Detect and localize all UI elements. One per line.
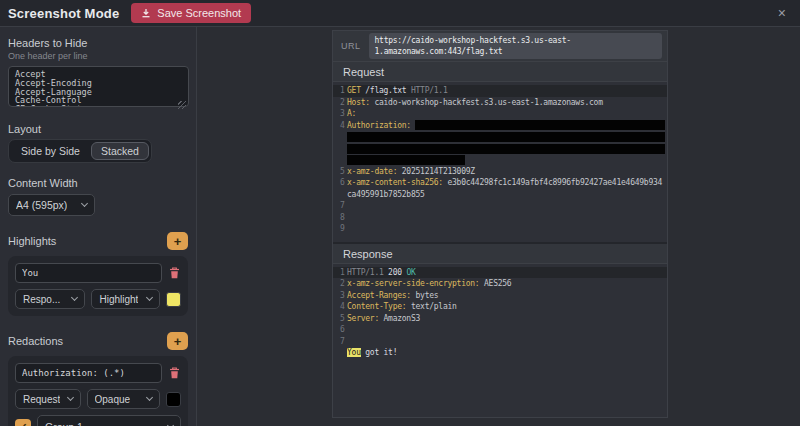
code-token: GET [347, 86, 361, 95]
code-token: HTTP/1.1 [411, 86, 448, 95]
line-content: Server: AmazonS3 [347, 313, 667, 325]
line-number: 3 [333, 108, 346, 120]
headers-to-hide-hint: One header per line [8, 51, 188, 61]
top-bar: Screenshot Mode Save Screenshot × [0, 0, 800, 27]
code-line: You got it! [333, 347, 667, 359]
chevron-down-icon [146, 294, 153, 301]
layout-option-stacked[interactable]: Stacked [91, 142, 149, 160]
headers-to-hide-field: Accept Accept-Encoding Accept-Language C… [8, 66, 188, 111]
group-checkbox[interactable]: ✓ [15, 419, 31, 426]
group-select[interactable]: Group 1 [37, 415, 181, 426]
highlight-color-swatch[interactable] [166, 292, 181, 307]
response-code-viewer[interactable]: 1HTTP/1.1 200 OK2x-amz-server-side-encry… [333, 264, 667, 418]
line-number: 3 [333, 290, 346, 302]
code-token: You [347, 348, 361, 357]
highlight-scope-value: Respo... [23, 294, 60, 305]
code-token: HTTP/1.1 [347, 268, 384, 277]
line-number: 1 [333, 267, 346, 279]
trash-icon[interactable] [168, 266, 181, 280]
screenshot-mode-app: Screenshot Mode Save Screenshot × Header… [0, 0, 800, 426]
line-content: Host: caido-workshop-hackfest.s3.us-east… [347, 97, 667, 109]
line-number: 6 [333, 324, 346, 336]
content-width-select[interactable]: A4 (595px) [8, 194, 95, 216]
code-line [333, 143, 667, 155]
line-content: Authorization: [347, 120, 667, 132]
code-line [333, 131, 667, 143]
code-token: Host: [347, 98, 370, 107]
trash-icon[interactable] [168, 366, 181, 380]
highlight-rule-card: Respo... Highlight [8, 256, 188, 316]
redaction-pattern-input[interactable] [15, 363, 162, 383]
redaction-color-swatch[interactable] [166, 392, 181, 407]
highlight-style-value: Highlight [99, 294, 138, 305]
save-screenshot-button[interactable]: Save Screenshot [131, 3, 251, 23]
line-content: x-amz-content-sha256: e3b0c44298fc1c149a… [347, 177, 667, 200]
redaction-style-select[interactable]: Opaque [87, 389, 160, 409]
line-number: 7 [333, 336, 346, 348]
content-width-value: A4 (595px) [16, 199, 67, 211]
code-token: x-amz-date: [347, 167, 397, 176]
code-token: 200 [384, 268, 407, 277]
line-number: 4 [333, 301, 346, 313]
request-code-viewer[interactable]: 1GET /flag.txt HTTP/1.12Host: caido-work… [333, 82, 667, 242]
settings-sidebar: Headers to Hide One header per line Acce… [0, 27, 197, 426]
close-icon[interactable]: × [774, 4, 790, 22]
redactions-header: Redactions + [8, 332, 188, 350]
redaction-rule-card: Request Opaque ✓ Group 1 [8, 356, 188, 426]
code-token: AmazonS3 [379, 314, 420, 323]
code-token: Content-Type: [347, 302, 406, 311]
highlights-label: Highlights [8, 235, 56, 247]
headers-to-hide-textarea[interactable]: Accept Accept-Encoding Accept-Language C… [8, 66, 189, 107]
code-token: got it! [361, 348, 398, 357]
line-content: You got it! [347, 347, 667, 359]
request-section-title: Request [333, 62, 667, 82]
line-content: Content-Type: text/plain [347, 301, 667, 313]
code-line: 3Accept-Ranges: bytes [333, 290, 667, 302]
add-redaction-button[interactable]: + [167, 332, 188, 350]
highlight-style-select[interactable]: Highlight [91, 289, 160, 309]
redaction-scope-select[interactable]: Request [15, 389, 81, 409]
highlight-scope-select[interactable]: Respo... [15, 289, 85, 309]
code-line: 4Content-Type: text/plain [333, 301, 667, 313]
code-token: AES256 [479, 279, 511, 288]
line-content [347, 131, 667, 142]
code-line: 1GET /flag.txt HTTP/1.1 [333, 85, 667, 97]
line-number: 9 [333, 223, 346, 235]
code-line: 6x-amz-content-sha256: e3b0c44298fc1c149… [333, 177, 667, 200]
redaction-block [415, 120, 665, 130]
line-number: 5 [333, 313, 346, 325]
redaction-style-value: Opaque [95, 394, 131, 405]
line-content: GET /flag.txt HTTP/1.1 [347, 85, 667, 97]
line-content: x-amz-date: 20251214T213009Z [347, 166, 667, 178]
code-token: /flag.txt [361, 86, 411, 95]
resize-handle[interactable] [178, 101, 186, 109]
download-icon [141, 8, 151, 18]
http-preview-panel: URL https://caido-workshop-hackfest.s3.u… [332, 30, 668, 418]
highlights-header: Highlights + [8, 232, 188, 250]
redactions-label: Redactions [8, 335, 63, 347]
code-token: Accept-Ranges: [347, 291, 411, 300]
code-token: caido-workshop-hackfest.s3.us-east-1.ama… [370, 98, 603, 107]
line-content: HTTP/1.1 200 OK [347, 267, 667, 279]
code-token: Server: [347, 314, 379, 323]
main-layout: Headers to Hide One header per line Acce… [0, 27, 800, 426]
line-content [347, 143, 667, 154]
add-highlight-button[interactable]: + [167, 232, 188, 250]
code-line: 5x-amz-date: 20251214T213009Z [333, 166, 667, 178]
code-line: 1HTTP/1.1 200 OK [333, 267, 667, 279]
chevron-down-icon [146, 394, 153, 401]
save-screenshot-label: Save Screenshot [157, 7, 241, 19]
chevron-down-icon [167, 422, 174, 426]
response-section-title: Response [333, 242, 667, 264]
layout-option-side-by-side[interactable]: Side by Side [11, 142, 90, 160]
layout-label: Layout [8, 123, 188, 135]
code-line: 8 [333, 212, 667, 224]
chevron-down-icon [66, 394, 73, 401]
code-line: 7 [333, 336, 667, 348]
headers-to-hide-label: Headers to Hide [8, 37, 188, 49]
line-number: 7 [333, 200, 346, 212]
highlight-pattern-input[interactable] [15, 263, 162, 283]
line-content [347, 154, 667, 165]
chevron-down-icon [81, 200, 88, 207]
code-token: x-amz-server-side-encryption: [347, 279, 479, 288]
